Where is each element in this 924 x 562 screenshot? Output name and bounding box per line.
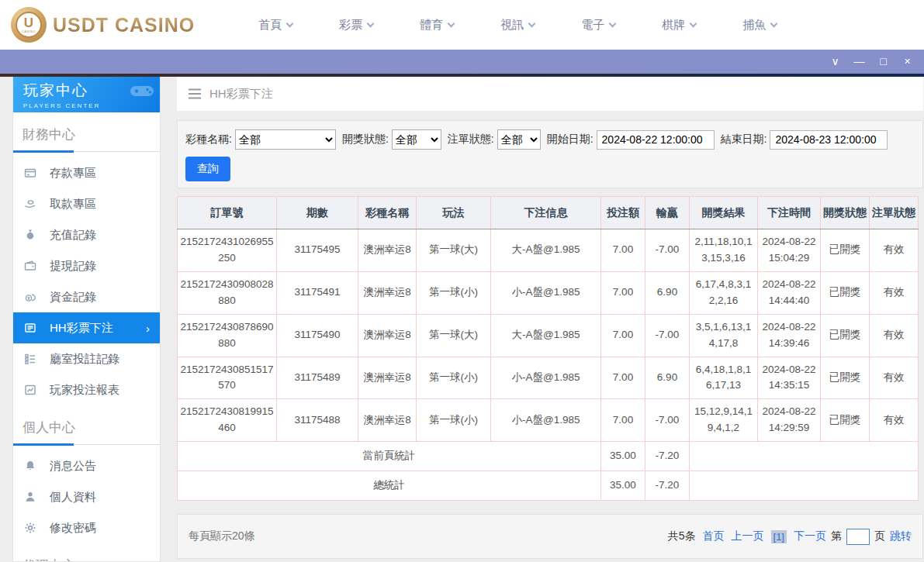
sidebar-item-label: 修改密碼 (50, 521, 96, 536)
total-count: 共5条 (668, 529, 696, 543)
nav-item-home[interactable]: 首頁 (235, 18, 316, 33)
coin-letter: U (24, 16, 33, 29)
cell-winloss: -7.00 (645, 314, 690, 357)
nav-item-sports[interactable]: 體育 (396, 18, 477, 33)
nav-item-live[interactable]: 視訊 (477, 18, 558, 33)
sidebar-item-funds-records[interactable]: 資金記錄 (13, 281, 160, 312)
cell-play: 第一球(小) (417, 399, 491, 442)
cell-order-no: 2152172431026955250 (178, 229, 277, 272)
nav-item-lottery[interactable]: 彩票 (316, 18, 396, 33)
start-date-label: 開始日期: (547, 133, 594, 147)
window-title-bar: ∨ — □ × (0, 50, 924, 74)
end-date-input[interactable] (770, 130, 888, 150)
cell-period: 31175488 (277, 399, 358, 442)
lottery-name-label: 彩種名稱: (185, 133, 232, 147)
table-row: 2152172430878690880 31175490 澳洲幸运8 第一球(大… (178, 314, 919, 357)
sidebar-item-announcements[interactable]: 消息公告 (13, 450, 160, 481)
gear-icon (24, 522, 36, 534)
bet-list-icon (24, 322, 36, 334)
summary-label: 總統計 (178, 471, 601, 501)
chevron-down-icon (367, 19, 375, 27)
sidebar-item-room-bet-records[interactable]: 廳室投註記錄 (13, 343, 160, 374)
lottery-name-select[interactable]: 全部 (235, 129, 336, 150)
nav-item-fishing[interactable]: 捕魚 (719, 18, 800, 33)
page-jump-input[interactable] (846, 529, 870, 545)
sidebar-item-player-bet-report[interactable]: 玩家投注報表 (13, 374, 160, 405)
sidebar: 玩家中心 PLAYERS CENTER 財務中心 存款專區 取款專區 充值記錄 (12, 77, 161, 562)
cell-bet-info: 大-A盤@1.985 (491, 229, 601, 272)
sidebar-item-label: 個人資料 (50, 490, 96, 505)
cell-lottery: 澳洲幸运8 (358, 271, 417, 314)
nav-label: 視訊 (500, 18, 524, 33)
section-rule (13, 443, 160, 446)
summary-row-total: 總統計 35.00 -7.20 (178, 471, 919, 501)
start-date-input[interactable] (597, 130, 715, 150)
cell-lottery: 澳洲幸运8 (358, 314, 417, 357)
bell-icon (24, 460, 36, 472)
chevron-right-icon: › (146, 322, 150, 335)
prev-page-link[interactable]: 上一页 (732, 529, 764, 543)
nav-label: 電子 (581, 18, 604, 33)
order-status-select[interactable]: 全部 (497, 129, 541, 150)
cell-result: 6,4,18,1,8,16,17,13 (690, 357, 758, 399)
cell-bet-info: 小-A盤@1.985 (491, 399, 601, 442)
draw-status-select[interactable]: 全部 (392, 129, 441, 150)
window-minimize-button[interactable]: — (847, 50, 871, 74)
pagination-bar: 每頁顯示20條 共5条 首页 上一页 [1] 下一页 第 页 跳转 (177, 514, 923, 559)
end-date-label: 結束日期: (721, 133, 767, 147)
sidebar-item-change-password[interactable]: 修改密碼 (13, 512, 160, 543)
summary-amount: 35.00 (601, 471, 645, 501)
sidebar-item-withdraw-zone[interactable]: 取款專區 (13, 188, 160, 219)
cell-order-no: 2152172430878690880 (178, 314, 277, 357)
cell-draw-status: 已開獎 (821, 229, 870, 272)
sidebar-item-withdrawal-records[interactable]: 提現記錄 (13, 250, 160, 281)
window-collapse-button[interactable]: ∨ (823, 50, 847, 74)
cell-order-status: 有效 (870, 399, 919, 442)
cell-bet-info: 小-A盤@1.985 (491, 271, 601, 314)
coin-logo-icon: U CASINO (11, 7, 47, 43)
sidebar-item-deposit-zone[interactable]: 存款專區 (13, 157, 160, 188)
sidebar-item-label: 提現記錄 (50, 259, 96, 274)
col-header-bet-time: 下注時間 (758, 197, 821, 229)
cell-result: 15,12,9,14,19,4,1,2 (690, 399, 758, 442)
page-suffix-text: 页 (874, 529, 885, 543)
cell-order-no: 2152172430851517570 (178, 357, 277, 399)
cell-amount: 7.00 (601, 229, 645, 272)
summary-empty (690, 442, 919, 471)
cell-amount: 7.00 (601, 271, 645, 314)
search-button[interactable]: 查詢 (185, 157, 230, 181)
cell-bet-info: 大-A盤@1.985 (491, 314, 601, 357)
col-header-win-loss: 輸贏 (645, 197, 690, 229)
table-row: 2152172430908028880 31175491 澳洲幸运8 第一球(小… (178, 271, 919, 314)
nav-label: 首頁 (258, 18, 282, 33)
cell-period: 31175489 (277, 357, 358, 399)
col-header-play-type: 玩法 (417, 197, 491, 229)
section-heading-agent: 代理中心 (13, 543, 160, 562)
sidebar-item-hh-lottery-bets[interactable]: HH彩票下注 › (13, 312, 160, 343)
window-close-button[interactable]: × (895, 50, 919, 74)
table-row: 2152172431026955250 31175495 澳洲幸运8 第一球(大… (178, 229, 919, 272)
chevron-down-icon (690, 19, 697, 27)
window-maximize-button[interactable]: □ (871, 50, 895, 74)
gradient-divider (0, 74, 924, 77)
first-page-link[interactable]: 首页 (703, 529, 725, 543)
page-title: HH彩票下注 (209, 87, 273, 102)
sidebar-item-label: 廳室投註記錄 (50, 352, 119, 367)
sidebar-item-recharge-records[interactable]: 充值記錄 (13, 219, 160, 250)
col-header-period: 期數 (277, 197, 358, 229)
main-nav: 首頁 彩票 體育 視訊 電子 棋牌 捕魚 (235, 18, 800, 33)
nav-item-slots[interactable]: 電子 (558, 18, 638, 33)
per-page-text: 每頁顯示20條 (189, 529, 255, 543)
col-header-order-status: 注單狀態 (870, 197, 919, 229)
sidebar-item-profile[interactable]: 個人資料 (13, 481, 160, 512)
brand-name: USDT CASINO (53, 14, 195, 36)
summary-amount: 35.00 (601, 442, 645, 471)
cell-lottery: 澳洲幸运8 (358, 357, 417, 399)
nav-item-boardgames[interactable]: 棋牌 (638, 18, 719, 33)
sidebar-item-label: 玩家投注報表 (50, 383, 119, 398)
jump-link[interactable]: 跳转 (890, 529, 912, 543)
hamburger-menu-icon[interactable] (188, 88, 202, 99)
brand-logo[interactable]: U CASINO USDT CASINO (11, 7, 195, 43)
next-page-link[interactable]: 下一页 (794, 529, 826, 543)
person-icon (24, 491, 36, 503)
